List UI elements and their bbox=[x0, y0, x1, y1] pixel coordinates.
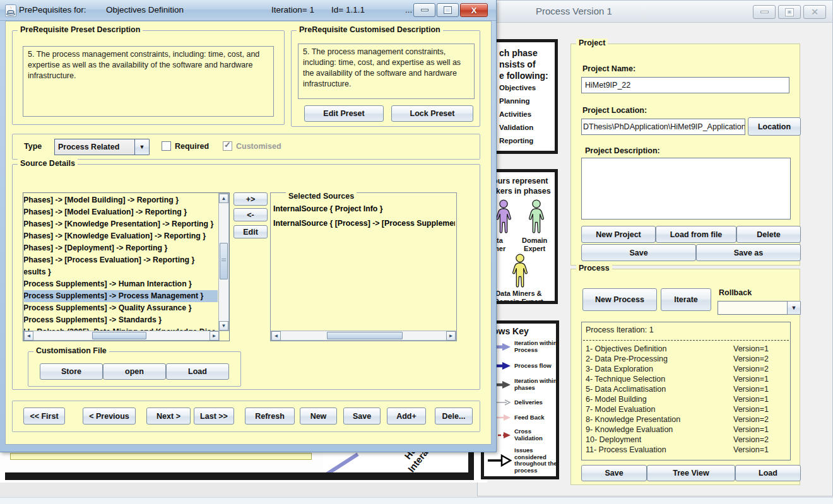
source-list-item[interactable]: l L. Rokach (2005). Data Mining and Know… bbox=[24, 326, 218, 331]
previous-button[interactable]: < Previous bbox=[83, 407, 136, 425]
phase-row: 8- Knowledge Presentation bbox=[586, 415, 680, 424]
vscroll-thumb[interactable] bbox=[220, 243, 228, 279]
selected-sources-title: Selected Sources bbox=[286, 192, 357, 201]
front-window-content: PreRequisite Preset Description 5. The p… bbox=[5, 21, 492, 445]
lock-preset-button[interactable]: Lock Preset bbox=[391, 105, 473, 122]
type-dropdown-arrow[interactable]: ▼ bbox=[134, 139, 150, 155]
source-list-item[interactable]: Phases] -> [Knowledge Presentation] -> R… bbox=[24, 218, 218, 230]
required-checkbox[interactable] bbox=[162, 141, 171, 151]
back-maximize-button[interactable] bbox=[778, 5, 801, 19]
back-window-titlebar[interactable]: Process Version 1 ✕ bbox=[478, 1, 832, 23]
key-cross-validation: Cross Validation bbox=[488, 428, 559, 442]
data-miners-domain-expert-label: Data Miners & Domain Expert bbox=[494, 290, 543, 304]
save-button[interactable]: Save bbox=[343, 407, 381, 425]
source-list-item[interactable]: Phases] -> [Model Building] -> Reporting… bbox=[24, 194, 218, 206]
location-button[interactable]: Location bbox=[748, 117, 801, 136]
hscroll-thumb[interactable] bbox=[92, 332, 146, 339]
front-window-titlebar[interactable]: PrePequisites for: Objectives Definition… bbox=[0, 0, 496, 21]
front-close-button[interactable]: X bbox=[460, 3, 488, 17]
delete-button[interactable]: Dele... bbox=[435, 407, 473, 425]
tree-view-button[interactable]: Tree View bbox=[647, 465, 735, 481]
process-load-button[interactable]: Load bbox=[735, 465, 801, 481]
rollback-dropdown-arrow[interactable]: ▼ bbox=[787, 301, 801, 315]
back-close-button[interactable]: ✕ bbox=[803, 5, 826, 19]
source-list-item[interactable]: Process Supplements] -> Quality Assuranc… bbox=[24, 302, 218, 314]
customised-checkbox[interactable]: ✓ bbox=[223, 141, 232, 151]
project-location-field[interactable]: DThesis\PhDApplication\HiMet9IP_Applicat… bbox=[581, 119, 745, 135]
source-details-title: Source Details bbox=[18, 159, 78, 168]
scroll-down-icon[interactable]: ▼ bbox=[219, 321, 228, 331]
back-minimize-button[interactable] bbox=[753, 5, 776, 19]
refresh-button[interactable]: Refresh bbox=[245, 407, 295, 425]
hscroll-thumb[interactable] bbox=[327, 332, 403, 339]
customisation-file-group: Customisation File Store open Load bbox=[28, 351, 241, 387]
next-button[interactable]: Next > bbox=[146, 407, 191, 425]
project-description-area[interactable] bbox=[581, 158, 791, 220]
new-button[interactable]: New bbox=[300, 407, 337, 425]
selected-source-item[interactable]: InternalSource { [Process] -> [Process S… bbox=[273, 219, 455, 231]
edit-source-button[interactable]: Edit bbox=[233, 225, 268, 238]
source-list-vscrollbar[interactable]: ▲ ▼ bbox=[218, 193, 229, 331]
open-button[interactable]: open bbox=[103, 363, 166, 380]
type-dropdown[interactable]: Process Related bbox=[54, 139, 135, 155]
store-button[interactable]: Store bbox=[40, 363, 103, 380]
front-minimize-button[interactable] bbox=[413, 3, 435, 17]
source-details-group: Source Details Phases] -> [Model Buildin… bbox=[12, 164, 480, 390]
load-button[interactable]: Load bbox=[166, 363, 229, 380]
domain-expert-icon bbox=[526, 199, 547, 235]
source-list-item[interactable]: Process Supplements] -> Standards } bbox=[24, 314, 218, 326]
first-button[interactable]: << First bbox=[23, 407, 65, 425]
process-save-button[interactable]: Save bbox=[581, 465, 647, 481]
window-title-id: Id= 1.1.1 bbox=[331, 5, 365, 15]
project-name-field[interactable]: HiMet9IP_22 bbox=[581, 77, 789, 93]
source-list-item-selected[interactable]: Process Supplements] -> Process Manageme… bbox=[24, 290, 218, 302]
iterate-button[interactable]: Iterate bbox=[661, 288, 711, 311]
process-iteration-list[interactable]: Process Iteration: 1 1- Objectives Defin… bbox=[581, 322, 791, 460]
scroll-left-icon[interactable]: ◄ bbox=[271, 331, 281, 341]
selected-sources-panel[interactable]: Selected Sources InternalSource { Projec… bbox=[270, 192, 457, 341]
window-title-app: PrePequisites for: bbox=[19, 5, 86, 15]
scroll-right-icon[interactable]: ► bbox=[446, 331, 456, 341]
project-delete-button[interactable]: Delete bbox=[736, 226, 801, 243]
maximize-icon bbox=[444, 7, 451, 13]
phase-version: Version=1 bbox=[733, 445, 769, 454]
source-list-item[interactable]: Phases] -> [Process Evaluation] -> Repor… bbox=[24, 254, 218, 266]
last-button[interactable]: Last >> bbox=[194, 407, 234, 425]
source-list-item[interactable]: Phases] -> [Model Evaluation] -> Reporti… bbox=[24, 206, 218, 218]
edit-preset-button[interactable]: Edit Preset bbox=[304, 105, 384, 122]
source-list-hscrollbar[interactable]: ◄ ► bbox=[23, 331, 220, 341]
key-iteration-within-phases: Iteration within phases bbox=[488, 378, 559, 391]
project-save-button[interactable]: Save bbox=[581, 244, 696, 261]
front-maximize-button[interactable] bbox=[437, 3, 459, 17]
process-panel-title: Process bbox=[576, 264, 612, 273]
preset-description-textarea[interactable]: 5. The process management constraints, i… bbox=[23, 46, 274, 117]
arrows-key-heading: ows Key bbox=[493, 326, 529, 336]
phase-row: 5- Data Acclimatisation bbox=[586, 385, 666, 394]
phase-row: 10- Deployment bbox=[586, 435, 641, 444]
navigation-panel: << First < Previous Next > Last >> Refre… bbox=[12, 401, 480, 432]
customised-description-textarea[interactable]: 5. The process management constraints, i… bbox=[298, 44, 475, 99]
source-list-item[interactable]: Process Supplements] -> Human Interactio… bbox=[24, 278, 218, 290]
scroll-up-icon[interactable]: ▲ bbox=[219, 194, 228, 203]
add-button[interactable]: Add+ bbox=[387, 407, 426, 425]
source-list-item[interactable]: Phases] -> [Deployment] -> Reporting } bbox=[24, 242, 218, 254]
new-project-button[interactable]: New Project bbox=[581, 226, 656, 243]
selected-sources-hscrollbar[interactable]: ◄ ► bbox=[271, 331, 456, 341]
scroll-right-icon[interactable]: ► bbox=[210, 331, 219, 341]
load-from-file-button[interactable]: Load from file bbox=[656, 226, 736, 243]
project-save-as-button[interactable]: Save as bbox=[696, 244, 801, 261]
scroll-left-icon[interactable]: ◄ bbox=[24, 331, 33, 341]
rollback-dropdown[interactable] bbox=[718, 301, 788, 315]
move-right-button[interactable]: +> bbox=[233, 192, 268, 206]
phase-row: 6- Model Building bbox=[586, 395, 647, 404]
source-list[interactable]: Phases] -> [Model Building] -> Reporting… bbox=[23, 192, 230, 341]
new-process-button[interactable]: New Process bbox=[582, 288, 657, 311]
source-list-item[interactable]: esults } bbox=[24, 266, 218, 278]
move-left-button[interactable]: <- bbox=[233, 208, 268, 221]
phase-box-item: Planning bbox=[499, 97, 530, 105]
chevron-down-icon: ▼ bbox=[139, 144, 145, 150]
selected-source-item[interactable]: InternalSource { Project Info } bbox=[273, 204, 455, 217]
source-list-item[interactable]: Phases] -> [Knowledge Evaluation] -> Rep… bbox=[24, 230, 218, 242]
background-window-yellow-strip bbox=[10, 453, 312, 460]
background-window-fragment bbox=[0, 450, 323, 472]
